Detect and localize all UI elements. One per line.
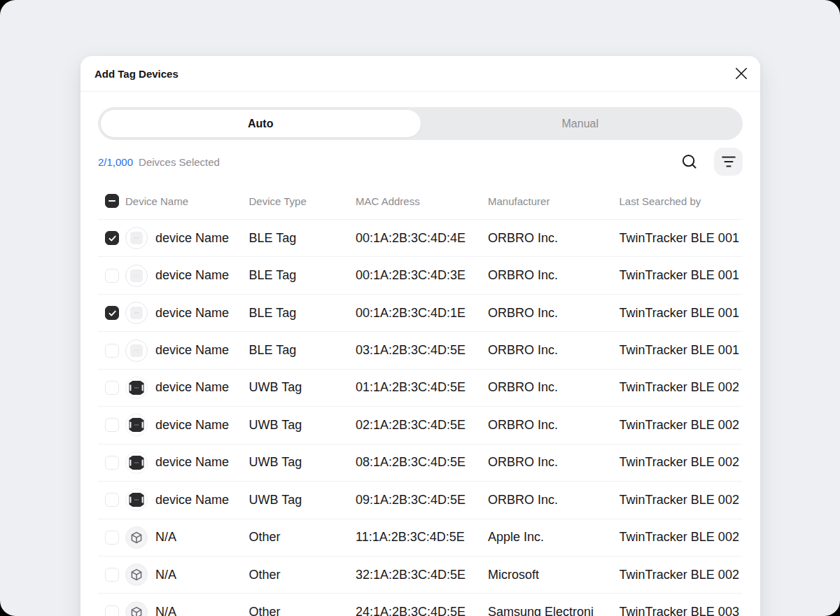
column-header-device-type: Device Type [249,195,356,207]
tab-switcher: Auto Manual [98,107,743,140]
manufacturer: Microsoft [488,568,620,582]
manufacturer: ORBRO Inc. [488,306,620,321]
ble-tag-icon [125,227,148,249]
cube-icon [125,564,148,586]
last-searched-by: TwinTracker BLE 002 [620,455,743,470]
row-checkbox[interactable] [105,568,119,582]
row-checkbox[interactable] [105,493,119,507]
checkbox-cell [105,344,125,358]
device-type: BLE Tag [249,306,356,321]
filter-button[interactable] [714,148,743,176]
manufacturer: Samsung Electroni [488,605,620,616]
device-name: device Name [155,380,229,395]
selected-count: 2/1,000 [98,156,133,168]
uwb-tag-icon [125,489,148,511]
device-name: N/A [155,605,176,616]
last-searched-by: TwinTracker BLE 002 [620,380,743,395]
modal-body: Auto Manual 2/1,000 Deivces Selected [80,107,760,616]
device-type: UWB Tag [249,455,356,470]
row-checkbox[interactable] [105,231,119,245]
device-type: BLE Tag [249,268,356,283]
manufacturer: ORBRO Inc. [488,343,620,358]
table-row[interactable]: device Name UWB Tag 08:1A:2B:3C:4D:5E OR… [98,444,743,482]
checkbox-cell [105,418,125,432]
checkbox-cell [105,381,125,395]
mac-address: 00:1A:2B:3C:4D:4E [356,231,488,246]
table-row[interactable]: device Name BLE Tag 00:1A:2B:3C:4D:1E OR… [98,295,743,332]
search-icon [681,153,698,170]
last-searched-by: TwinTracker BLE 001 [620,268,743,283]
tab-auto[interactable]: Auto [101,110,421,137]
ble-tag-icon [125,340,148,362]
device-name: device Name [155,231,229,246]
table-row[interactable]: N/A Other 32:1A:2B:3C:4D:5E Microsoft Tw… [98,556,743,594]
ble-tag-icon [125,265,148,287]
row-checkbox[interactable] [105,456,119,470]
tab-manual[interactable]: Manual [421,110,741,137]
manufacturer: ORBRO Inc. [488,231,620,246]
table-row[interactable]: N/A Other 11:1A:2B:3C:4D:5E Apple Inc. T… [98,519,743,556]
last-searched-by: TwinTracker BLE 001 [620,231,743,246]
device-type: Other [249,605,356,616]
column-header-manufacturer: Manufacturer [488,195,620,207]
device-name: device Name [155,268,229,283]
last-searched-by: TwinTracker BLE 001 [620,343,743,358]
manufacturer: ORBRO Inc. [488,455,620,470]
add-tag-devices-modal: Add Tag Devices Auto Manual 2/1,000 Deiv… [80,56,760,616]
mac-address: 03:1A:2B:3C:4D:5E [356,343,488,358]
row-checkbox[interactable] [105,344,119,358]
modal-title: Add Tag Devices [94,68,178,80]
table-body: device Name BLE Tag 00:1A:2B:3C:4D:4E OR… [98,220,743,616]
checkbox-cell [105,231,125,245]
last-searched-by: TwinTracker BLE 002 [620,493,743,507]
device-type: UWB Tag [249,493,356,507]
row-checkbox[interactable] [105,381,119,395]
table-row[interactable]: device Name BLE Tag 00:1A:2B:3C:4D:4E OR… [98,220,743,257]
uwb-tag-icon [125,414,148,436]
checkbox-cell [105,306,125,320]
modal-header: Add Tag Devices [80,56,760,92]
search-button[interactable] [676,148,704,176]
mac-address: 00:1A:2B:3C:4D:3E [356,268,488,283]
screen: Add Tag Devices Auto Manual 2/1,000 Deiv… [0,0,840,616]
mac-address: 24:1A:2B:3C:4D:5E [356,605,488,616]
row-checkbox[interactable] [105,269,119,283]
checkbox-cell [105,531,125,545]
column-header-mac-address: MAC Address [356,195,488,207]
table-row[interactable]: device Name BLE Tag 00:1A:2B:3C:4D:3E OR… [98,257,743,294]
mac-address: 08:1A:2B:3C:4D:5E [356,455,488,470]
table-row[interactable]: device Name UWB Tag 02:1A:2B:3C:4D:5E OR… [98,407,743,444]
manufacturer: Apple Inc. [488,530,620,545]
mac-address: 00:1A:2B:3C:4D:1E [356,306,488,321]
device-type: BLE Tag [249,231,356,246]
row-checkbox[interactable] [105,306,119,320]
selected-label: Deivces Selected [139,156,220,168]
table-row[interactable]: N/A Other 24:1A:2B:3C:4D:5E Samsung Elec… [98,594,743,616]
uwb-tag-icon [125,451,148,474]
column-header-last-searched-by: Last Searched by [620,195,743,207]
table-row[interactable]: device Name UWB Tag 09:1A:2B:3C:4D:5E OR… [98,482,743,519]
mac-address: 01:1A:2B:3C:4D:5E [356,380,488,395]
device-type: BLE Tag [249,343,356,358]
mac-address: 32:1A:2B:3C:4D:5E [356,568,488,582]
table-row[interactable]: device Name UWB Tag 01:1A:2B:3C:4D:5E OR… [98,370,743,407]
ble-tag-icon [125,302,148,324]
row-checkbox[interactable] [105,531,119,545]
row-checkbox[interactable] [105,418,119,432]
table-header: Device Name Device Type MAC Address Manu… [98,183,743,220]
select-all-checkbox[interactable] [105,194,119,208]
checkbox-cell [105,568,125,582]
device-name: device Name [155,455,229,470]
table-row[interactable]: device Name BLE Tag 03:1A:2B:3C:4D:5E OR… [98,332,743,369]
mac-address: 09:1A:2B:3C:4D:5E [356,493,488,507]
close-button[interactable] [732,64,751,83]
select-all-cell [105,194,125,208]
cube-icon [125,601,148,616]
last-searched-by: TwinTracker BLE 002 [620,530,743,545]
mac-address: 02:1A:2B:3C:4D:5E [356,418,488,433]
row-checkbox[interactable] [105,606,119,616]
manufacturer: ORBRO Inc. [488,418,620,433]
close-icon [734,66,748,80]
manufacturer: ORBRO Inc. [488,268,620,283]
last-searched-by: TwinTracker BLE 001 [620,306,743,321]
